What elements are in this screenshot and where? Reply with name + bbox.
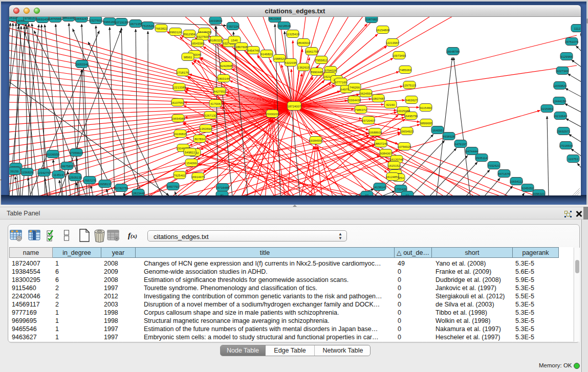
svg-text:20206555: 20206555 bbox=[46, 153, 60, 156]
svg-text:7955812: 7955812 bbox=[315, 59, 328, 62]
svg-text:62160: 62160 bbox=[386, 103, 395, 106]
svg-text:16543382: 16543382 bbox=[191, 42, 205, 45]
svg-text:18724007: 18724007 bbox=[288, 105, 301, 108]
svg-text:16107553: 16107553 bbox=[171, 101, 185, 104]
svg-text:746266: 746266 bbox=[350, 86, 360, 89]
svg-text:7357224: 7357224 bbox=[227, 25, 239, 28]
svg-text:14136141: 14136141 bbox=[373, 186, 387, 189]
svg-text:7625402: 7625402 bbox=[173, 174, 186, 177]
svg-text:16495756: 16495756 bbox=[404, 115, 418, 118]
svg-text:9457791: 9457791 bbox=[167, 185, 179, 188]
svg-text:7515526: 7515526 bbox=[142, 25, 154, 28]
svg-text:16648784: 16648784 bbox=[446, 50, 460, 53]
svg-text:98961: 98961 bbox=[184, 56, 192, 59]
svg-text:8186323: 8186323 bbox=[210, 39, 222, 42]
svg-text:867834: 867834 bbox=[194, 138, 205, 141]
svg-text:15692971: 15692971 bbox=[557, 130, 571, 133]
svg-text:7485063: 7485063 bbox=[399, 69, 411, 72]
svg-text:81: 81 bbox=[221, 194, 224, 196]
svg-text:11325419: 11325419 bbox=[286, 33, 300, 36]
svg-text:19975857: 19975857 bbox=[60, 165, 74, 168]
svg-text:1156829: 1156829 bbox=[21, 171, 34, 174]
svg-text:10688609: 10688609 bbox=[368, 131, 382, 134]
svg-text:12505135: 12505135 bbox=[69, 176, 82, 179]
svg-text:19654985: 19654985 bbox=[171, 117, 185, 120]
svg-text:16914479: 16914479 bbox=[191, 176, 205, 179]
svg-text:39159: 39159 bbox=[10, 170, 19, 173]
svg-text:7986372: 7986372 bbox=[355, 108, 367, 112]
svg-text:1353594: 1353594 bbox=[200, 127, 212, 130]
svg-text:2935114: 2935114 bbox=[476, 157, 488, 160]
svg-text:1112: 1112 bbox=[574, 27, 581, 30]
svg-text:12444150: 12444150 bbox=[553, 100, 567, 103]
svg-text:17957275: 17957275 bbox=[83, 179, 97, 182]
svg-text:10719155: 10719155 bbox=[115, 21, 128, 24]
svg-text:979515: 979515 bbox=[25, 17, 35, 20]
svg-text:2718176: 2718176 bbox=[177, 71, 189, 74]
svg-text:9861103: 9861103 bbox=[63, 17, 75, 19]
svg-text:16782759: 16782759 bbox=[115, 187, 128, 190]
svg-text:9146821: 9146821 bbox=[260, 53, 273, 56]
svg-text:16124851: 16124851 bbox=[386, 176, 400, 179]
svg-text:1615152: 1615152 bbox=[388, 164, 400, 167]
svg-text:9960124: 9960124 bbox=[169, 31, 182, 34]
svg-text:12213967: 12213967 bbox=[386, 41, 400, 45]
svg-text:19384554: 19384554 bbox=[309, 139, 323, 142]
svg-text:19654923: 19654923 bbox=[400, 130, 414, 133]
svg-text:18807249: 18807249 bbox=[374, 142, 388, 145]
svg-text:9794028: 9794028 bbox=[324, 69, 337, 72]
svg-text:10958137: 10958137 bbox=[98, 183, 112, 186]
svg-text:10671355: 10671355 bbox=[129, 23, 143, 26]
svg-text:8454749: 8454749 bbox=[247, 49, 259, 52]
svg-text:2087682: 2087682 bbox=[365, 18, 378, 21]
svg-text:9096321: 9096321 bbox=[533, 192, 545, 195]
svg-text:8427552: 8427552 bbox=[213, 90, 226, 93]
svg-text:18640910: 18640910 bbox=[297, 41, 311, 45]
svg-text:8990448: 8990448 bbox=[311, 71, 323, 74]
svg-text:114519: 114519 bbox=[53, 173, 63, 177]
svg-text:9777169: 9777169 bbox=[335, 81, 347, 84]
svg-text:2867608: 2867608 bbox=[235, 46, 248, 49]
svg-text:12093823: 12093823 bbox=[553, 84, 567, 87]
svg-text:15716485: 15716485 bbox=[216, 186, 230, 189]
svg-text:116753: 116753 bbox=[568, 158, 578, 161]
svg-text:9227343: 9227343 bbox=[556, 70, 569, 73]
svg-text:16961758: 16961758 bbox=[305, 50, 319, 53]
svg-text:10973493: 10973493 bbox=[393, 54, 406, 57]
svg-text:8471676: 8471676 bbox=[498, 172, 510, 176]
svg-text:164095: 164095 bbox=[432, 129, 443, 132]
svg-text:15751074: 15751074 bbox=[565, 40, 579, 43]
svg-text:5322035: 5322035 bbox=[285, 61, 297, 64]
svg-text:97: 97 bbox=[365, 194, 369, 196]
svg-text:3267130: 3267130 bbox=[204, 114, 216, 117]
svg-text:1588520: 1588520 bbox=[273, 57, 286, 60]
svg-text:10807487: 10807487 bbox=[372, 97, 385, 100]
svg-text:10654112: 10654112 bbox=[510, 180, 524, 183]
svg-text:549822: 549822 bbox=[185, 151, 195, 154]
svg-text:3215953: 3215953 bbox=[541, 107, 553, 111]
svg-text:8938928: 8938928 bbox=[443, 135, 455, 138]
svg-text:17359924: 17359924 bbox=[70, 151, 83, 155]
svg-text:10033809: 10033809 bbox=[209, 19, 223, 23]
svg-text:9084067: 9084067 bbox=[380, 152, 392, 155]
svg-text:9474444: 9474444 bbox=[466, 150, 478, 153]
svg-text:1876566: 1876566 bbox=[49, 17, 61, 20]
svg-text:19166825: 19166825 bbox=[173, 133, 187, 136]
svg-text:6479197: 6479197 bbox=[454, 143, 467, 146]
svg-text:1362615: 1362615 bbox=[297, 66, 310, 69]
svg-text:417006: 417006 bbox=[210, 102, 221, 105]
svg-text:20053346: 20053346 bbox=[75, 63, 89, 66]
svg-text:1733426: 1733426 bbox=[395, 188, 407, 191]
svg-text:9899695: 9899695 bbox=[420, 122, 432, 125]
svg-text:9129966: 9129966 bbox=[560, 55, 573, 58]
svg-text:8912954: 8912954 bbox=[183, 33, 195, 36]
svg-text:9242848: 9242848 bbox=[220, 64, 232, 68]
svg-text:1527602: 1527602 bbox=[90, 19, 102, 22]
svg-text:12213389: 12213389 bbox=[172, 86, 186, 89]
svg-text:8813054: 8813054 bbox=[269, 17, 281, 20]
svg-text:10653267: 10653267 bbox=[75, 17, 89, 20]
svg-text:7032621: 7032621 bbox=[488, 164, 500, 167]
svg-text:2803144: 2803144 bbox=[217, 77, 230, 80]
svg-text:16154808: 16154808 bbox=[376, 29, 390, 32]
svg-text:15300203: 15300203 bbox=[266, 113, 279, 116]
